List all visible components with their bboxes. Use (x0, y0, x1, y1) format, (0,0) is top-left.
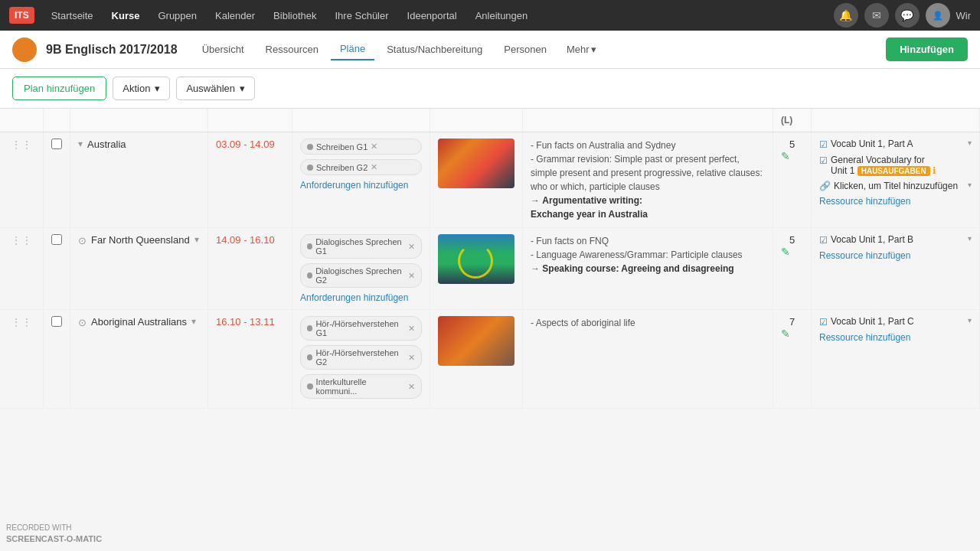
nav-kurse[interactable]: Kurse (104, 5, 148, 26)
drag-handle-icon[interactable]: ⋮⋮ (8, 137, 35, 152)
row-checkbox[interactable] (51, 316, 62, 327)
aktion-dropdown[interactable]: Aktion ▾ (113, 77, 170, 100)
add-anforderungen-link[interactable]: Anforderungen hinzufügen (300, 292, 422, 303)
hours-value: 5 (781, 139, 803, 150)
aktion-chevron-icon: ▾ (155, 83, 160, 94)
row-checkbox[interactable] (51, 234, 62, 245)
resource-cell: ☑ Vocab Unit 1, Part A ▾ ☑ General Vocab… (812, 132, 980, 228)
hinzufuegen-button[interactable]: Hinzufügen (886, 37, 968, 61)
tag-close-icon[interactable]: ✕ (408, 353, 415, 363)
resource-item-vocab-c: ☑ Vocab Unit 1, Part C ▾ (819, 316, 972, 328)
resource-checkbox-icon: ☑ (819, 155, 828, 166)
drag-handle-icon[interactable]: ⋮⋮ (8, 233, 35, 248)
tag-close-icon[interactable]: ✕ (371, 142, 377, 152)
tag-close-icon[interactable]: ✕ (408, 382, 415, 392)
unit-icon: ⊙ (78, 235, 87, 246)
nav-bibliothek[interactable]: Bibliothek (266, 5, 324, 26)
resource-unit-label: Unit 1 HAUSAUFGABEN ℹ (831, 165, 936, 176)
tag-label: Schreiben G1 (316, 142, 368, 152)
subnav-status[interactable]: Status/Nachbereitung (377, 39, 492, 60)
edit-icon[interactable]: ✎ (781, 246, 790, 258)
resource-item-link: 🔗 Klicken, um Titel hinzuzufügen ▾ (819, 181, 972, 191)
expand-icon[interactable]: ▾ (194, 234, 199, 245)
row-checkbox[interactable] (51, 139, 62, 149)
auswaehlen-dropdown[interactable]: Auswählen ▾ (176, 77, 255, 100)
subnav-uebersicht[interactable]: Übersicht (193, 39, 253, 60)
checkbox-cell (44, 310, 70, 409)
date-cell: 03.09 - 14.09 (208, 132, 292, 228)
hausaufgaben-badge: HAUSAUFGABEN (858, 166, 930, 176)
notification-icon[interactable]: 🔔 (834, 3, 858, 28)
australia-thumbnail (438, 139, 514, 188)
tag-close-icon[interactable]: ✕ (408, 271, 415, 281)
drag-handle-icon[interactable]: ⋮⋮ (8, 315, 35, 330)
resource-add-link[interactable]: Ressource hinzufügen (819, 196, 972, 207)
table-row: ⋮⋮ ⊙ Aboriginal Australians ▾ 16.10 - 13… (0, 310, 980, 409)
nav-ideenportal[interactable]: Ideenportal (400, 5, 465, 26)
tag-label: Dialogisches Sprechen G1 (315, 237, 405, 256)
tag-dot-icon (307, 325, 312, 331)
subnav-personen[interactable]: Personen (495, 39, 556, 60)
plan-table: (L) ⋮⋮ ▾ Australia (0, 109, 980, 409)
resource-link-expand-icon[interactable]: ▾ (968, 181, 972, 189)
media-cell (430, 132, 523, 228)
subnav-ressourcen[interactable]: Ressourcen (256, 39, 328, 60)
table-row: ⋮⋮ ▾ Australia 03.09 - 14.09 (0, 132, 980, 228)
mail-icon[interactable]: ✉ (864, 3, 889, 28)
nav-anleitungen[interactable]: Anleitungen (468, 5, 536, 26)
col-l-header: (L) (773, 109, 812, 132)
chat-icon[interactable]: 💬 (895, 3, 920, 28)
date-range: 03.09 - 14.09 (216, 139, 275, 150)
hours-value: 7 (781, 316, 803, 328)
resource-cell: ☑ Vocab Unit 1, Part C ▾ Ressource hinzu… (812, 310, 980, 409)
content-description: - Fun facts on Australia and Sydney - Gr… (531, 139, 765, 221)
sub-navigation: 9B Englisch 2017/2018 Übersicht Ressourc… (0, 31, 980, 69)
resource-expand-icon[interactable]: ▾ (968, 234, 972, 243)
media-cell (430, 310, 523, 409)
unit-cell: ⊙ Aboriginal Australians ▾ (70, 310, 208, 409)
date-range: 16.10 - 13.11 (216, 316, 275, 328)
date-cell: 16.10 - 13.11 (208, 310, 292, 409)
subnav-plaene[interactable]: Pläne (331, 38, 374, 60)
resource-checkbox-icon: ☑ (819, 139, 828, 150)
drag-handle-cell: ⋮⋮ (0, 310, 44, 409)
course-logo (12, 37, 37, 62)
toolbar: Plan hinzufügen Aktion ▾ Auswählen ▾ (0, 69, 980, 109)
nav-kalender[interactable]: Kalender (207, 5, 263, 26)
unit-label: Aboriginal Australians (91, 316, 187, 328)
media-cell (430, 228, 523, 310)
wir-label[interactable]: Wir (956, 10, 972, 21)
plan-hinzufuegen-button[interactable]: Plan hinzufügen (12, 77, 106, 100)
auswaehlen-chevron-icon: ▾ (240, 83, 245, 94)
unit-cell: ⊙ Far North Queensland ▾ (70, 228, 208, 310)
app-logo[interactable]: ITS (9, 7, 34, 24)
table-row: ⋮⋮ ⊙ Far North Queensland ▾ 14.09 - 16.1… (0, 228, 980, 310)
tag-label: Dialogisches Sprechen G2 (315, 266, 405, 285)
avatar[interactable]: 👤 (926, 3, 950, 28)
subnav-mehr[interactable]: Mehr ▾ (559, 39, 604, 60)
tag-close-icon[interactable]: ✕ (408, 242, 415, 252)
tags-wrapper: Dialogisches Sprechen G1 ✕ Dialogisches … (300, 234, 422, 303)
expand-icon[interactable]: ▾ (191, 316, 196, 327)
edit-icon[interactable]: ✎ (781, 328, 790, 340)
add-anforderungen-link[interactable]: Anforderungen hinzufügen (300, 180, 422, 191)
tag-close-icon[interactable]: ✕ (408, 324, 415, 334)
tag-schreiben-g2: Schreiben G2 ✕ (300, 159, 422, 175)
unit-name: ⊙ Aboriginal Australians ▾ (78, 316, 200, 328)
resource-expand-icon[interactable]: ▾ (968, 316, 972, 324)
resource-add-link[interactable]: Ressource hinzufügen (819, 332, 972, 343)
hours-cell: 7 ✎ (773, 310, 812, 409)
content-bold: Argumentative writing:Exchange year in A… (531, 195, 648, 220)
tag-close-icon[interactable]: ✕ (371, 162, 377, 172)
nav-startseite[interactable]: Startseite (44, 5, 101, 26)
edit-icon[interactable]: ✎ (781, 150, 790, 162)
nav-ihre-schueler[interactable]: Ihre Schüler (327, 5, 396, 26)
expand-icon[interactable]: ▾ (78, 139, 83, 149)
tag-hoer-g1: Hör-/Hörsehverstehen G1 ✕ (300, 316, 422, 341)
nav-gruppen[interactable]: Gruppen (150, 5, 204, 26)
tag-label: Interkulturelle kommuni... (316, 377, 405, 396)
watermark-line2: SCREENCAST-O-MATIC (6, 533, 102, 545)
unit-cell: ▾ Australia (70, 132, 208, 228)
resource-add-link[interactable]: Ressource hinzufügen (819, 250, 972, 261)
resource-expand-icon[interactable]: ▾ (968, 139, 972, 147)
